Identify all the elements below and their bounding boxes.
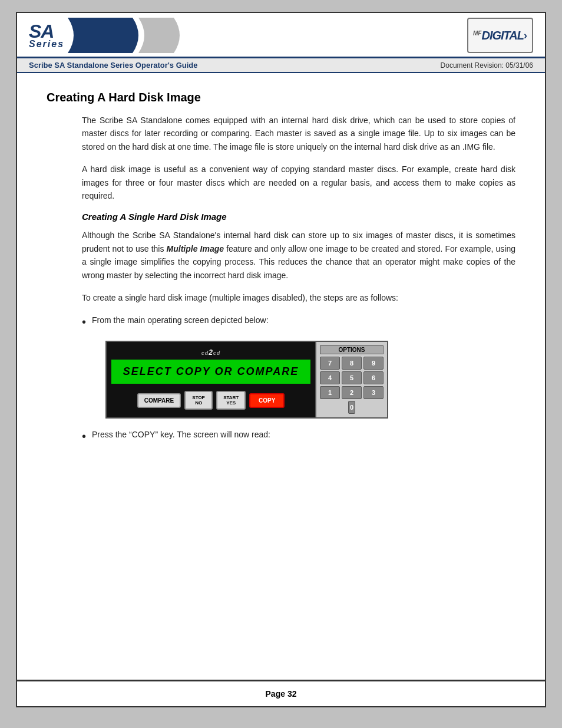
digital-text: DIGITAL [481,29,524,42]
device-top-bar: cd2cd [111,347,310,357]
series-text: Series [29,39,64,49]
page-number: Page 32 [266,689,297,699]
bullet-dot-2: • [82,427,86,446]
device-screen: cd2cd SELECT COPY OR COMPARE COMPARE STO… [107,342,316,417]
bullet-item-1: • From the main operating screen depicte… [82,314,515,331]
opt-btn-1[interactable]: 1 [320,386,340,399]
start-label-top: START [223,395,239,400]
select-copy-display: SELECT COPY OR COMPARE [111,360,310,384]
bullet-item-2: • Press the “COPY” key. The screen will … [82,428,515,446]
page: SA Series MF DIGITAL › Scribe SA Standal… [16,12,546,707]
opt-btn-7[interactable]: 7 [320,357,340,370]
paragraph-2: A hard disk image is useful as a conveni… [82,163,515,202]
stop-button[interactable]: STOP NO [184,391,213,410]
header-logos: SA Series [29,18,186,53]
header-bottom-bar: Scribe SA Standalone Series Operator's G… [17,58,545,73]
cd2cd-logo: cd2cd [201,349,221,356]
stop-label-top: STOP [191,395,206,400]
section-title: Creating A Hard Disk Image [47,91,515,104]
subsection-title: Creating A Single Hard Disk Image [82,212,515,222]
mf-text: MF [473,30,481,41]
options-grid: 7 8 9 4 5 6 1 2 3 0 [320,357,384,414]
paragraph-1: The Scribe SA Standalone comes equipped … [82,114,515,153]
start-button[interactable]: START YES [216,391,246,410]
grey-chevron-icon [138,18,186,53]
stop-label-bottom: NO [191,400,206,406]
bullet-text-1: From the main operating screen depicted … [92,314,269,327]
arrow-icon: › [524,29,527,42]
main-content: Creating A Hard Disk Image The Scribe SA… [17,73,545,680]
revision-text: Document Revision: 05/31/06 [441,61,533,70]
device-screenshot: cd2cd SELECT COPY OR COMPARE COMPARE STO… [105,341,388,419]
opt-btn-0[interactable]: 0 [348,401,355,414]
device-buttons-row: COMPARE STOP NO START YES COPY [111,388,310,412]
opt-btn-3[interactable]: 3 [363,386,384,399]
options-title: OPTIONS [320,345,384,354]
opt-btn-2[interactable]: 2 [342,386,362,399]
opt-btn-8[interactable]: 8 [342,357,362,370]
bullet-text-2: Press the “COPY” key. The screen will no… [92,428,270,441]
header: SA Series MF DIGITAL › [17,13,545,58]
footer: Page 32 [17,680,545,706]
paragraph-3: Although the Scribe SA Standalone's inte… [82,229,515,282]
copy-button[interactable]: COPY [249,393,285,408]
guide-title: Scribe SA Standalone Series Operator's G… [29,61,198,70]
opt-btn-5[interactable]: 5 [342,371,362,384]
opt-btn-4[interactable]: 4 [320,371,340,384]
compare-button[interactable]: COMPARE [137,393,181,408]
sa-series-logo: SA Series [29,22,64,49]
start-label-bottom: YES [223,400,239,406]
opt-btn-6[interactable]: 6 [363,371,384,384]
opt-btn-9[interactable]: 9 [363,357,384,370]
bullet-dot-1: • [82,312,86,331]
device-options-panel: OPTIONS 7 8 9 4 5 6 1 2 3 0 [316,342,387,417]
blue-chevron-icon [68,18,144,53]
mf-digital-logo: MF DIGITAL › [467,18,533,53]
paragraph-4: To create a single hard disk image (mult… [82,291,515,304]
sa-text: SA [29,22,54,41]
